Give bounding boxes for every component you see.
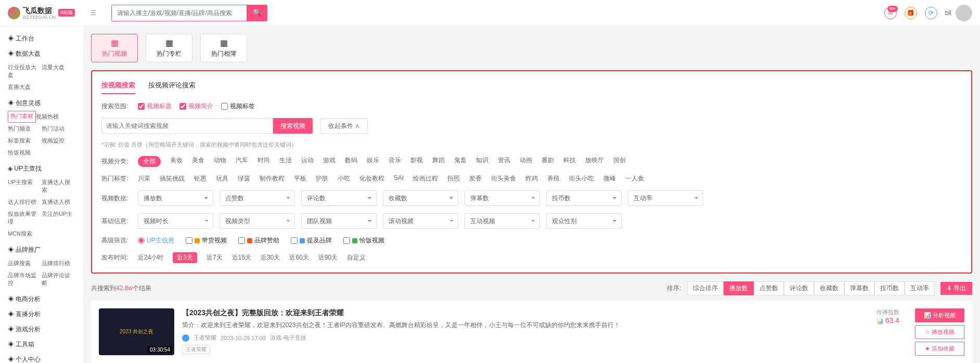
category-item[interactable]: 舞蹈: [432, 156, 445, 167]
hot-tag-item[interactable]: 搞笑挑战: [160, 174, 185, 183]
data-filter-select[interactable]: 评论数: [301, 190, 377, 206]
adv-filter-check[interactable]: 带货视频: [186, 236, 227, 245]
sidebar-item[interactable]: 品牌搜索: [8, 257, 42, 269]
hot-tag-item[interactable]: 护肤: [316, 174, 328, 183]
sidebar-item[interactable]: MCN搜索: [8, 228, 42, 240]
check-video-title[interactable]: 视频标题: [138, 102, 172, 111]
time-filter-item[interactable]: 近90天: [318, 253, 338, 262]
tab-search-by-video[interactable]: 按视频搜索: [101, 81, 135, 94]
check-video-tag[interactable]: 视频标签: [221, 102, 255, 111]
sidebar-item[interactable]: UP主搜索: [8, 176, 42, 196]
sidebar-item[interactable]: 热门活动: [42, 123, 75, 135]
sidebar-item[interactable]: 标签搜索: [8, 135, 42, 147]
adv-filter-check[interactable]: 品牌赞助: [238, 236, 279, 245]
author-name[interactable]: 王者荣耀: [194, 334, 216, 342]
keyword-search-button[interactable]: 搜索视频: [273, 118, 313, 134]
base-filter-select[interactable]: 观众性别: [546, 213, 622, 229]
sidebar-item[interactable]: 热门频道: [8, 123, 42, 135]
user-menu[interactable]: bil: [945, 5, 972, 21]
sidebar-item[interactable]: 直播达人搜索: [42, 176, 75, 196]
sidebar-group[interactable]: ◈ UP主查找: [0, 161, 83, 176]
hot-tag-item[interactable]: 街头美食: [491, 174, 516, 183]
category-item[interactable]: 动物: [214, 156, 226, 167]
hot-tag-item[interactable]: 绘画过程: [413, 174, 438, 183]
hot-tag-item[interactable]: 炸鸡: [525, 174, 538, 183]
sidebar-group[interactable]: ◈ 工具箱: [0, 337, 83, 352]
data-filter-select[interactable]: 点赞数: [220, 190, 295, 206]
data-filter-select[interactable]: 播放数: [138, 190, 213, 206]
favorite-button[interactable]: ★ 添加收藏: [915, 342, 964, 356]
category-item[interactable]: 美食: [192, 156, 204, 167]
mail-icon[interactable]: ✉99+: [884, 7, 897, 19]
base-filter-select[interactable]: 团队视频: [301, 213, 377, 229]
help-icon[interactable]: ⟳: [925, 7, 937, 19]
global-search-button[interactable]: 🔍: [247, 5, 267, 21]
data-filter-select[interactable]: 收藏数: [383, 190, 458, 206]
category-item[interactable]: 知识: [476, 156, 488, 167]
sidebar-item[interactable]: 视频热榜: [36, 111, 70, 123]
category-item[interactable]: 动画: [520, 156, 532, 167]
time-filter-item[interactable]: 近3天: [173, 252, 197, 263]
sort-option[interactable]: 评论数: [784, 281, 814, 295]
global-search-input[interactable]: [111, 5, 247, 21]
category-item[interactable]: 鬼畜: [454, 156, 467, 167]
category-item[interactable]: 国创: [613, 156, 626, 167]
hot-tag-item[interactable]: 小吃: [338, 174, 350, 183]
sidebar-group[interactable]: ◈ 工作台: [0, 31, 83, 46]
menu-toggle-icon[interactable]: ☰: [91, 9, 101, 17]
video-tag[interactable]: 王者荣耀: [182, 345, 210, 354]
sidebar-item[interactable]: 流量大盘: [42, 61, 75, 81]
category-item[interactable]: 娱乐: [367, 156, 379, 167]
sidebar-group[interactable]: ◈ 电商分析: [0, 292, 83, 307]
sort-option[interactable]: 收藏数: [814, 281, 844, 295]
gift-icon[interactable]: 🎁: [905, 7, 917, 19]
category-item[interactable]: 游戏: [323, 156, 336, 167]
category-item[interactable]: 资讯: [498, 156, 510, 167]
time-filter-item[interactable]: 近7天: [207, 253, 223, 262]
category-item[interactable]: 番剧: [541, 156, 554, 167]
time-filter-item[interactable]: 近60天: [289, 253, 308, 262]
category-item[interactable]: 数码: [345, 156, 357, 167]
category-item[interactable]: 运动: [301, 156, 314, 167]
sidebar-item[interactable]: 行业投放大盘: [8, 61, 42, 81]
video-title[interactable]: 【2023共创之夜】完整版回放：欢迎来到王者荣耀: [182, 308, 869, 318]
hot-tag-item[interactable]: SAI: [394, 174, 404, 183]
data-filter-select[interactable]: 互动率: [628, 190, 703, 206]
hot-tag-item[interactable]: 绿茵: [238, 174, 250, 183]
category-item[interactable]: 影视: [410, 156, 423, 167]
analyze-video-button[interactable]: 📊 分析视频: [915, 308, 964, 322]
hot-tag-item[interactable]: 玩具: [216, 174, 228, 183]
hot-tag-item[interactable]: 钜惠: [194, 174, 207, 183]
hot-tag-item[interactable]: 拍照: [447, 174, 460, 183]
adv-filter-check[interactable]: UP主信息: [138, 236, 174, 245]
time-filter-item[interactable]: 近15天: [232, 253, 251, 262]
sidebar-item[interactable]: 品牌排行榜: [42, 257, 75, 269]
time-filter-item[interactable]: 自定义: [347, 253, 366, 262]
sidebar-item[interactable]: 投放效果管理: [8, 208, 42, 228]
category-item[interactable]: 放映厅: [585, 156, 604, 167]
sort-option[interactable]: 播放数: [724, 281, 754, 295]
sidebar-group[interactable]: ◈ 数据大盘: [0, 46, 83, 61]
base-filter-select[interactable]: 互动视频: [465, 213, 540, 229]
top-tab[interactable]: ▦热门专栏: [146, 34, 192, 62]
sort-option[interactable]: 投币数: [874, 281, 905, 295]
collapse-filters-button[interactable]: 收起条件 ∧: [320, 118, 368, 134]
adv-filter-check[interactable]: 恰饭视频: [343, 236, 384, 245]
video-thumbnail[interactable]: 2023 共创之夜 03:30:54: [99, 308, 174, 355]
category-item[interactable]: 汽车: [236, 156, 248, 167]
category-item[interactable]: 生活: [279, 156, 292, 167]
hot-tag-item[interactable]: 川菜: [138, 174, 150, 183]
hot-tag-item[interactable]: 街头小吃: [569, 174, 594, 183]
hot-tag-item[interactable]: 制作教程: [260, 174, 285, 183]
sidebar-item[interactable]: 关注的UP主: [42, 208, 75, 228]
sort-option[interactable]: 互动率: [905, 281, 935, 295]
sort-option[interactable]: 点赞数: [754, 281, 784, 295]
hot-tag-item[interactable]: 发香: [469, 174, 482, 183]
check-video-desc[interactable]: 视频简介: [179, 102, 213, 111]
tab-search-by-comment[interactable]: 按视频评论搜索: [148, 81, 196, 94]
hot-tag-item[interactable]: 养殖: [547, 174, 560, 183]
keyword-input[interactable]: [101, 118, 273, 134]
sidebar-group[interactable]: ◈ 品牌推广: [0, 242, 83, 257]
sort-option[interactable]: 综合排序: [687, 281, 724, 295]
sidebar-item[interactable]: 直播达人榜: [42, 196, 75, 208]
